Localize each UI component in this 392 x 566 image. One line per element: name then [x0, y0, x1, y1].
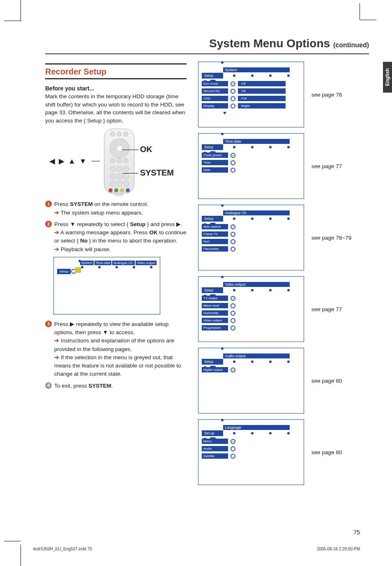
menu-item-label: Follow TV	[202, 231, 228, 237]
page-title-continued: (continued)	[333, 42, 369, 49]
mini-tab: Video output	[136, 261, 157, 265]
menu-cards-host: SystemSetupEco modeOffSecond RCOffOSDFul…	[198, 62, 369, 485]
right-column: English SystemSetupEco modeOffSecond RCO…	[198, 62, 369, 491]
page-reference: see page 77	[311, 306, 342, 312]
crop-mark	[360, 20, 376, 20]
menu-card-title: Language	[223, 425, 290, 430]
menu-item: TV shape	[202, 296, 235, 301]
crop-mark	[360, 3, 360, 20]
menu-item: Sort	[202, 239, 235, 244]
menu-item: Auto search	[202, 224, 235, 229]
page-reference: see page 78~79	[311, 235, 351, 241]
menu-item-value: Bright	[238, 103, 286, 109]
content-columns: Recorder Setup Before you start... Mark …	[45, 62, 369, 491]
menu-item: Audio	[202, 446, 235, 451]
mini-sidebar: Setup	[57, 269, 71, 274]
menu-card-row: Audio outputSetupDigital outputsee page …	[198, 348, 369, 414]
menu-item-label: Video output	[202, 318, 228, 323]
menu-item: Menu	[202, 439, 235, 444]
menu-item-label: Eco mode	[202, 81, 228, 86]
mini-tab: Analogue Ch.	[112, 261, 134, 265]
menu-item: Second RCOff	[202, 88, 286, 94]
menu-card: SystemSetupEco modeOffSecond RCOffOSDFul…	[198, 62, 304, 127]
mini-tab: System	[80, 261, 94, 265]
step-2-res2: Playback will pause.	[59, 246, 111, 252]
step-1-text-a: Press	[54, 201, 70, 207]
remote-callouts: OK SYSTEM	[140, 145, 174, 178]
step-1-text-b: on the remote control.	[93, 201, 148, 207]
radio-icon	[231, 153, 235, 158]
menu-item: Eco modeOff	[202, 81, 286, 86]
step-2: 2 Press ▼ repeatedly to select { Setup }…	[45, 220, 187, 254]
menu-item-label: Horizontal	[202, 310, 228, 316]
menu-item-label: Black level	[202, 303, 228, 308]
footer-timestamp: 2005-09-16 2:28:00 PM	[317, 547, 360, 551]
step-1-result: The system setup menu appears.	[59, 210, 143, 216]
menu-card-items: Eco modeOffSecond RCOffOSDFullDisplayBri…	[202, 81, 286, 109]
step-3-text: Press ▶ repeatedly to view the available…	[54, 321, 168, 335]
menu-item-label: Digital output	[202, 367, 228, 372]
step-2-res1-ok: OK	[149, 229, 157, 236]
menu-item: Digital output	[202, 367, 235, 372]
menu-item-label: Display	[202, 103, 228, 109]
ok-label: OK	[140, 145, 174, 154]
remote-diagram: ◀ ▶ ▲ ▼ PHILIPS OK SYSTEM	[49, 129, 187, 194]
down-arrow-icon	[223, 112, 226, 115]
radio-icon	[231, 232, 235, 237]
menu-item-label: Auto search	[202, 224, 228, 229]
step-2-res1-c: } in the menu to abort the operation.	[88, 238, 177, 244]
step-2-res1-no: No	[80, 238, 88, 244]
menu-item-value: Off	[238, 88, 286, 94]
nav-arrows-icon: ◀ ▶ ▲ ▼	[49, 157, 88, 166]
radio-icon	[231, 367, 235, 372]
step-4-bold: SYSTEM	[88, 383, 111, 389]
menu-item-label: Time	[202, 160, 228, 165]
radio-icon	[231, 224, 235, 229]
page-title: System Menu Options (continued)	[45, 37, 369, 54]
result-arrow-icon: ➔	[54, 229, 59, 236]
page-reference: see page 77	[311, 163, 342, 169]
menu-card-title: Analogue Ch.	[223, 210, 290, 215]
menu-item: Video output	[202, 318, 235, 323]
home-icon	[75, 267, 81, 273]
radio-icon	[231, 311, 235, 316]
menu-card-title: System	[223, 67, 290, 72]
result-arrow-icon: ➔	[54, 210, 59, 216]
menu-card-title: Audio output	[223, 353, 290, 358]
system-label: SYSTEM	[140, 168, 174, 178]
step-4: 4 To exit, press SYSTEM.	[45, 382, 187, 390]
menu-item-label: Favourites	[202, 246, 228, 252]
menu-card-items: Clock presetTimeDate	[202, 152, 235, 173]
radio-icon	[231, 446, 235, 451]
footer: dvdr5350H_EU_Eng537.indd 75 2005-09-16 2…	[33, 547, 360, 551]
menu-card-row: SystemSetupEco modeOffSecond RCOffOSDFul…	[198, 62, 369, 127]
menu-item: Clock preset	[202, 152, 235, 158]
radio-icon	[231, 168, 235, 173]
menu-item-label: Sort	[202, 239, 228, 244]
menu-card: Analogue Ch.SetupAuto searchFollow TVSor…	[198, 205, 304, 270]
page-reference: see page 80	[311, 378, 342, 384]
step-1-bold: SYSTEM	[70, 201, 93, 207]
radio-icon	[231, 239, 235, 244]
menu-item-label: Menu	[202, 439, 228, 444]
menu-card-row: Analogue Ch.SetupAuto searchFollow TVSor…	[198, 205, 369, 270]
menu-item-label: Clock preset	[202, 152, 228, 158]
step-4-text-a: To exit, press	[54, 383, 88, 389]
radio-icon	[231, 160, 235, 165]
radio-icon	[231, 318, 235, 323]
step-3-res2: If the selection in the menu is greyed o…	[54, 354, 181, 377]
left-column: Recorder Setup Before you start... Mark …	[45, 62, 187, 491]
step-3: 3 Press ▶ repeatedly to view the availab…	[45, 320, 187, 379]
menu-item: Favourites	[202, 246, 235, 252]
menu-item: Subtitle	[202, 453, 235, 459]
menu-card-items: TV shapeBlack levelHorizontalVideo outpu…	[202, 296, 235, 330]
radio-icon	[231, 454, 235, 459]
result-arrow-icon: ➔	[54, 337, 59, 344]
menu-item: DisplayBright	[202, 103, 286, 109]
result-arrow-icon: ➔	[54, 246, 59, 252]
menu-card-title: Time-date	[223, 139, 290, 144]
step-number-icon: 1	[45, 201, 52, 207]
page-reference: see page 80	[311, 449, 342, 455]
menu-card-row: Time-dateSetupClock presetTimeDatesee pa…	[198, 133, 369, 199]
radio-icon	[231, 89, 235, 94]
